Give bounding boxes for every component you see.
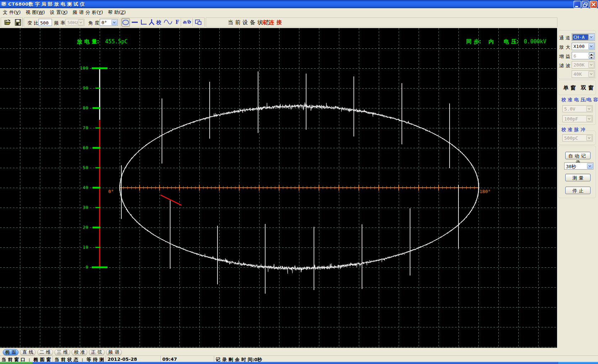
close-button[interactable]	[590, 1, 597, 8]
chevron-down-icon[interactable]	[586, 106, 592, 112]
combo-value: 100pF	[564, 116, 578, 122]
tab-calibrate[interactable]: 校准	[72, 349, 87, 355]
interval-select[interactable]: 30秒	[564, 162, 593, 170]
menu-item-help[interactable]: 帮助(Z)	[105, 8, 128, 17]
tool-ellipse-button[interactable]	[121, 18, 130, 27]
application-window: CT6800数字局部放电测试仪 文件(V)视图(W)设置(X)频谱分析(Y)帮助…	[0, 0, 598, 364]
frequency-label: 频率	[54, 20, 65, 26]
tab-3d[interactable]: 三维	[54, 349, 70, 355]
gain-select[interactable]: X100	[572, 43, 595, 50]
channel-label: 通道	[559, 35, 570, 41]
combo-value: 500pC	[564, 135, 578, 141]
combo-value: 5.0V	[564, 106, 575, 112]
menu-item-text: )	[19, 10, 21, 15]
scale-value: 80	[73, 106, 88, 111]
filter-select: 200K	[572, 61, 595, 69]
frequency-select: 50Hz	[65, 19, 84, 26]
amplify-label: 增益	[559, 53, 570, 60]
app-icon	[1, 1, 7, 7]
combo-value: 50Hz	[67, 20, 78, 25]
title-bar[interactable]: CT6800数字局部放电测试仪	[0, 0, 598, 8]
control-panel: 通道 CH-A 放大 X100 增益 6 滤波 200K 40K 单窗 双窗 校…	[557, 28, 598, 355]
spin-up-icon[interactable]	[589, 53, 594, 55]
tool-3d-button[interactable]	[148, 18, 156, 27]
tool-calibrate-button[interactable]: 校	[156, 18, 164, 27]
menu-bar: 文件(V)视图(W)设置(X)频谱分析(Y)帮助(Z)	[0, 8, 598, 17]
scale-value: 100	[73, 66, 88, 71]
voltage-readout: 电压: 0.000kV	[504, 38, 546, 45]
menu-item-text: )	[43, 10, 45, 15]
calib-voltage-select: 5.0V	[562, 105, 593, 112]
open-file-icon[interactable]	[4, 19, 11, 26]
system-tray	[558, 362, 598, 364]
status-date: 2012-05-28	[106, 356, 161, 362]
chevron-down-icon[interactable]	[588, 43, 594, 49]
scope-display: 1009080706050403020100 放电量: 455.5pC 同步: …	[0, 28, 557, 348]
status-window: 当前窗口：椭圆窗	[0, 356, 53, 362]
axis-start-label: 0°	[108, 189, 114, 194]
sync-value: 内	[489, 38, 494, 45]
menu-item-text: 频谱分析(	[73, 10, 98, 15]
calib-voltage-title: 校准电压/电容	[561, 97, 598, 103]
combo-value: 40K	[573, 71, 582, 77]
menu-item-settings[interactable]: 设置(X)	[47, 8, 70, 17]
chevron-down-icon[interactable]	[588, 62, 594, 68]
ratio-input[interactable]	[38, 19, 52, 26]
menu-item-spectrum[interactable]: 频谱分析(Y)	[70, 8, 105, 17]
tool-window-mode-button[interactable]	[194, 18, 203, 27]
tab-ellipse[interactable]: 椭圆	[3, 349, 19, 355]
tool-2d-button[interactable]	[140, 18, 148, 27]
button-label: 停止	[572, 188, 583, 193]
channel-select[interactable]: CH-A	[572, 33, 595, 41]
scale-value: 90	[73, 86, 88, 91]
filter-label: 滤波	[559, 63, 570, 69]
single-window-button[interactable]: 单窗	[563, 85, 576, 91]
chevron-down-icon[interactable]	[586, 116, 592, 122]
ratio-label: 变比	[27, 20, 38, 26]
double-window-button[interactable]: 双窗	[581, 85, 594, 91]
chevron-down-icon[interactable]	[586, 135, 592, 141]
calib-pulse-select: 500pC	[562, 134, 593, 141]
menu-item-file[interactable]: 文件(V)	[0, 8, 23, 17]
save-icon[interactable]	[15, 19, 21, 26]
tool-line-button[interactable]	[131, 18, 140, 27]
minimize-button[interactable]	[573, 1, 581, 8]
angle-select[interactable]: 0°	[100, 19, 118, 26]
stop-button[interactable]: 停止	[565, 187, 591, 194]
spin-down-icon[interactable]	[589, 56, 594, 59]
gain-label: 放大	[559, 44, 570, 50]
scale-value: 40	[73, 185, 88, 190]
tab-line[interactable]: 直线	[20, 349, 36, 355]
chevron-down-icon[interactable]	[588, 34, 594, 40]
start-button[interactable]	[0, 362, 33, 364]
sync-label: 同步:	[466, 38, 481, 45]
restore-button[interactable]	[582, 1, 589, 8]
tab-spectrum[interactable]: 频谱	[106, 349, 122, 355]
window-controls	[573, 1, 597, 8]
tool-sine-button[interactable]	[163, 18, 172, 27]
menu-item-view[interactable]: 视图(W)	[23, 8, 47, 17]
toolbar-separator	[193, 18, 193, 26]
chevron-down-icon[interactable]	[588, 71, 594, 77]
view-tab-bar: 椭圆直线二维三维校准正弦频谱	[0, 348, 557, 355]
chevron-down-icon[interactable]	[78, 20, 84, 25]
menu-item-text: 设置(	[50, 10, 63, 15]
combo-value: 200K	[573, 62, 584, 68]
combo-value: X100	[573, 44, 584, 49]
menu-item-text: )	[66, 10, 68, 15]
discharge-readout: 放电量: 455.5pC	[77, 38, 128, 45]
tab-sine[interactable]: 正弦	[89, 349, 105, 355]
tool-ratio-button[interactable]: a/b	[182, 18, 191, 27]
device-status-value: 未连接	[262, 19, 282, 26]
scale-value: 70	[73, 125, 88, 130]
tab-2d[interactable]: 二维	[37, 349, 53, 355]
scale-value: 0	[73, 265, 88, 270]
measure-button[interactable]: 测量	[565, 174, 591, 181]
button-label: 测量	[572, 175, 583, 181]
chevron-down-icon[interactable]	[587, 163, 593, 169]
angle-label: 角度	[88, 20, 99, 26]
windows-taskbar	[0, 362, 598, 364]
amplify-spinner[interactable]: 6	[572, 52, 595, 59]
chevron-down-icon[interactable]	[111, 20, 117, 25]
auto-record-button[interactable]: 自动记录	[565, 152, 591, 159]
